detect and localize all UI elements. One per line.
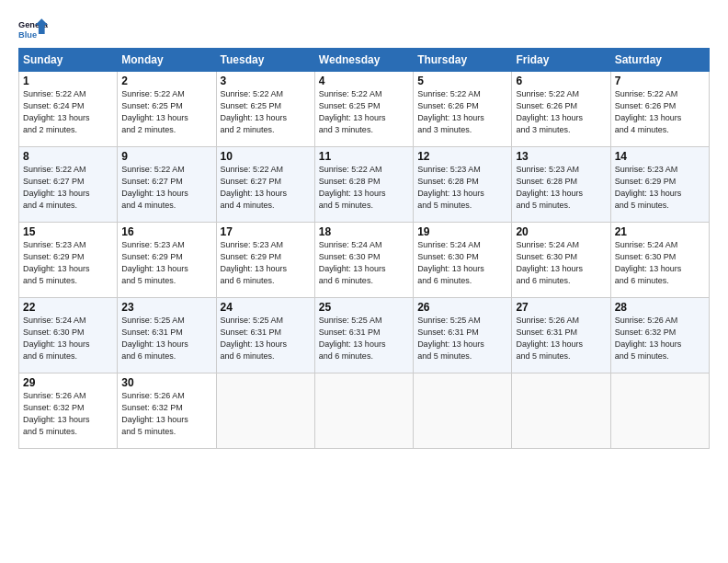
calendar-cell: 8Sunrise: 5:22 AM Sunset: 6:27 PM Daylig…	[19, 147, 118, 223]
day-info: Sunrise: 5:22 AM Sunset: 6:25 PM Dayligh…	[221, 88, 311, 136]
day-number: 29	[23, 376, 113, 389]
calendar-cell: 25Sunrise: 5:25 AM Sunset: 6:31 PM Dayli…	[314, 298, 413, 373]
day-number: 6	[516, 75, 606, 87]
day-number: 24	[221, 301, 311, 314]
calendar-cell	[314, 373, 413, 449]
day-number: 7	[615, 75, 705, 87]
day-info: Sunrise: 5:24 AM Sunset: 6:30 PM Dayligh…	[516, 239, 606, 287]
calendar-cell: 29Sunrise: 5:26 AM Sunset: 6:32 PM Dayli…	[19, 373, 118, 449]
day-number: 14	[615, 150, 705, 163]
calendar: SundayMondayTuesdayWednesdayThursdayFrid…	[18, 48, 710, 449]
day-info: Sunrise: 5:24 AM Sunset: 6:30 PM Dayligh…	[23, 315, 113, 362]
day-info: Sunrise: 5:26 AM Sunset: 6:32 PM Dayligh…	[23, 390, 113, 438]
day-info: Sunrise: 5:25 AM Sunset: 6:31 PM Dayligh…	[319, 315, 409, 362]
day-number: 26	[417, 301, 507, 314]
weekday-header-wednesday: Wednesday	[314, 49, 413, 72]
logo: General Blue	[18, 17, 48, 42]
calendar-cell: 14Sunrise: 5:23 AM Sunset: 6:29 PM Dayli…	[610, 147, 709, 223]
week-row-2: 8Sunrise: 5:22 AM Sunset: 6:27 PM Daylig…	[19, 147, 710, 223]
calendar-cell: 1Sunrise: 5:22 AM Sunset: 6:24 PM Daylig…	[19, 72, 118, 147]
svg-text:Blue: Blue	[18, 30, 37, 40]
calendar-cell: 19Sunrise: 5:24 AM Sunset: 6:30 PM Dayli…	[414, 223, 512, 298]
day-info: Sunrise: 5:26 AM Sunset: 6:32 PM Dayligh…	[615, 315, 705, 362]
day-info: Sunrise: 5:23 AM Sunset: 6:28 PM Dayligh…	[417, 164, 507, 212]
day-info: Sunrise: 5:25 AM Sunset: 6:31 PM Dayligh…	[221, 315, 311, 362]
logo-icon: General Blue	[18, 17, 48, 42]
day-info: Sunrise: 5:22 AM Sunset: 6:25 PM Dayligh…	[121, 88, 211, 136]
day-number: 22	[23, 301, 113, 314]
calendar-cell: 4Sunrise: 5:22 AM Sunset: 6:25 PM Daylig…	[314, 72, 413, 147]
calendar-cell: 2Sunrise: 5:22 AM Sunset: 6:25 PM Daylig…	[118, 72, 216, 147]
calendar-cell: 22Sunrise: 5:24 AM Sunset: 6:30 PM Dayli…	[19, 298, 118, 373]
calendar-cell	[216, 373, 314, 449]
calendar-cell: 3Sunrise: 5:22 AM Sunset: 6:25 PM Daylig…	[216, 72, 314, 147]
day-number: 20	[516, 225, 606, 238]
day-info: Sunrise: 5:23 AM Sunset: 6:28 PM Dayligh…	[516, 164, 606, 212]
calendar-cell: 6Sunrise: 5:22 AM Sunset: 6:26 PM Daylig…	[512, 72, 610, 147]
day-number: 11	[319, 150, 409, 163]
day-info: Sunrise: 5:23 AM Sunset: 6:29 PM Dayligh…	[615, 164, 705, 212]
day-number: 23	[121, 301, 211, 314]
weekday-header-thursday: Thursday	[414, 49, 512, 72]
calendar-cell: 7Sunrise: 5:22 AM Sunset: 6:26 PM Daylig…	[610, 72, 709, 147]
day-number: 15	[23, 225, 113, 238]
header: General Blue	[18, 17, 710, 42]
calendar-cell	[512, 373, 610, 449]
day-number: 8	[23, 150, 113, 163]
day-number: 25	[319, 301, 409, 314]
calendar-cell: 11Sunrise: 5:22 AM Sunset: 6:28 PM Dayli…	[314, 147, 413, 223]
day-number: 4	[319, 75, 409, 87]
day-info: Sunrise: 5:25 AM Sunset: 6:31 PM Dayligh…	[417, 315, 507, 362]
calendar-cell: 12Sunrise: 5:23 AM Sunset: 6:28 PM Dayli…	[414, 147, 512, 223]
weekday-header-friday: Friday	[512, 49, 610, 72]
day-info: Sunrise: 5:24 AM Sunset: 6:30 PM Dayligh…	[319, 239, 409, 287]
weekday-header-row: SundayMondayTuesdayWednesdayThursdayFrid…	[19, 49, 710, 72]
calendar-cell: 9Sunrise: 5:22 AM Sunset: 6:27 PM Daylig…	[118, 147, 216, 223]
day-info: Sunrise: 5:23 AM Sunset: 6:29 PM Dayligh…	[121, 239, 211, 287]
day-number: 1	[23, 75, 113, 87]
day-info: Sunrise: 5:26 AM Sunset: 6:32 PM Dayligh…	[121, 390, 211, 438]
day-number: 12	[417, 150, 507, 163]
day-info: Sunrise: 5:22 AM Sunset: 6:27 PM Dayligh…	[23, 164, 113, 212]
calendar-cell: 17Sunrise: 5:23 AM Sunset: 6:29 PM Dayli…	[216, 223, 314, 298]
weekday-header-sunday: Sunday	[19, 49, 118, 72]
calendar-cell: 27Sunrise: 5:26 AM Sunset: 6:31 PM Dayli…	[512, 298, 610, 373]
calendar-cell: 15Sunrise: 5:23 AM Sunset: 6:29 PM Dayli…	[19, 223, 118, 298]
day-number: 3	[221, 75, 311, 87]
weekday-header-tuesday: Tuesday	[216, 49, 314, 72]
calendar-cell: 16Sunrise: 5:23 AM Sunset: 6:29 PM Dayli…	[118, 223, 216, 298]
day-number: 21	[615, 225, 705, 238]
week-row-1: 1Sunrise: 5:22 AM Sunset: 6:24 PM Daylig…	[19, 72, 710, 147]
day-info: Sunrise: 5:23 AM Sunset: 6:29 PM Dayligh…	[221, 239, 311, 287]
calendar-cell: 5Sunrise: 5:22 AM Sunset: 6:26 PM Daylig…	[414, 72, 512, 147]
calendar-cell	[414, 373, 512, 449]
day-info: Sunrise: 5:26 AM Sunset: 6:31 PM Dayligh…	[516, 315, 606, 362]
calendar-cell: 26Sunrise: 5:25 AM Sunset: 6:31 PM Dayli…	[414, 298, 512, 373]
day-info: Sunrise: 5:22 AM Sunset: 6:24 PM Dayligh…	[23, 88, 113, 136]
day-number: 28	[615, 301, 705, 314]
calendar-cell: 28Sunrise: 5:26 AM Sunset: 6:32 PM Dayli…	[610, 298, 709, 373]
day-number: 9	[121, 150, 211, 163]
calendar-cell: 24Sunrise: 5:25 AM Sunset: 6:31 PM Dayli…	[216, 298, 314, 373]
day-info: Sunrise: 5:24 AM Sunset: 6:30 PM Dayligh…	[615, 239, 705, 287]
week-row-5: 29Sunrise: 5:26 AM Sunset: 6:32 PM Dayli…	[19, 373, 710, 449]
day-number: 27	[516, 301, 606, 314]
day-number: 19	[417, 225, 507, 238]
calendar-cell: 20Sunrise: 5:24 AM Sunset: 6:30 PM Dayli…	[512, 223, 610, 298]
day-info: Sunrise: 5:22 AM Sunset: 6:26 PM Dayligh…	[615, 88, 705, 136]
calendar-cell: 21Sunrise: 5:24 AM Sunset: 6:30 PM Dayli…	[610, 223, 709, 298]
day-info: Sunrise: 5:23 AM Sunset: 6:29 PM Dayligh…	[23, 239, 113, 287]
week-row-4: 22Sunrise: 5:24 AM Sunset: 6:30 PM Dayli…	[19, 298, 710, 373]
day-info: Sunrise: 5:22 AM Sunset: 6:26 PM Dayligh…	[417, 88, 507, 136]
day-info: Sunrise: 5:22 AM Sunset: 6:28 PM Dayligh…	[319, 164, 409, 212]
day-info: Sunrise: 5:25 AM Sunset: 6:31 PM Dayligh…	[121, 315, 211, 362]
weekday-header-monday: Monday	[118, 49, 216, 72]
day-info: Sunrise: 5:24 AM Sunset: 6:30 PM Dayligh…	[417, 239, 507, 287]
day-info: Sunrise: 5:22 AM Sunset: 6:25 PM Dayligh…	[319, 88, 409, 136]
day-number: 2	[121, 75, 211, 87]
calendar-cell: 23Sunrise: 5:25 AM Sunset: 6:31 PM Dayli…	[118, 298, 216, 373]
calendar-cell: 13Sunrise: 5:23 AM Sunset: 6:28 PM Dayli…	[512, 147, 610, 223]
day-number: 13	[516, 150, 606, 163]
day-number: 30	[121, 376, 211, 389]
calendar-cell	[610, 373, 709, 449]
